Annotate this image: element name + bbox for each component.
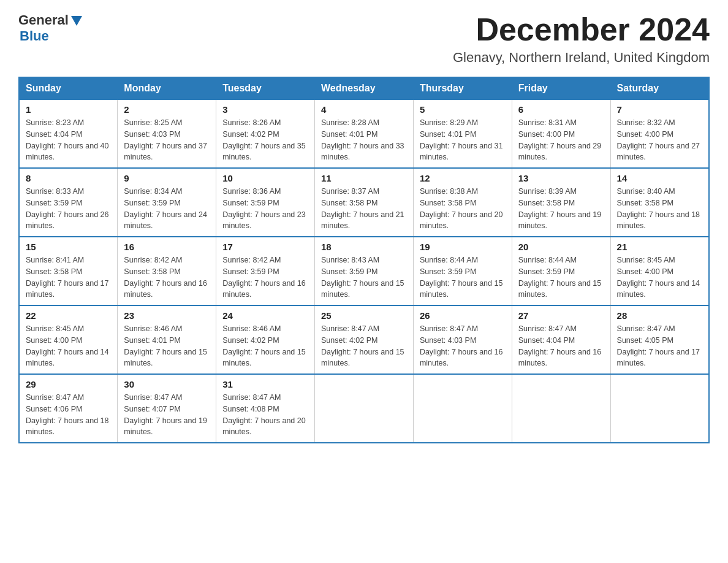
table-row: 20 Sunrise: 8:44 AM Sunset: 3:59 PM Dayl… [512, 237, 610, 305]
day-number: 1 [26, 104, 111, 115]
day-info: Sunrise: 8:42 AM Sunset: 3:58 PM Dayligh… [124, 255, 210, 301]
table-row: 19 Sunrise: 8:44 AM Sunset: 3:59 PM Dayl… [413, 237, 512, 305]
page-subtitle: Glenavy, Northern Ireland, United Kingdo… [453, 50, 710, 66]
day-number: 15 [26, 242, 111, 252]
day-info: Sunrise: 8:36 AM Sunset: 3:59 PM Dayligh… [222, 186, 308, 232]
day-number: 31 [222, 379, 308, 389]
col-saturday: Saturday [610, 77, 709, 99]
table-row [413, 374, 512, 443]
table-row: 24 Sunrise: 8:46 AM Sunset: 4:02 PM Dayl… [216, 305, 315, 374]
table-row: 1 Sunrise: 8:23 AM Sunset: 4:04 PM Dayli… [19, 99, 118, 168]
logo: General Blue [18, 12, 83, 44]
calendar-week-row: 1 Sunrise: 8:23 AM Sunset: 4:04 PM Dayli… [19, 99, 709, 168]
day-number: 5 [420, 104, 506, 115]
day-number: 9 [124, 173, 210, 183]
day-info: Sunrise: 8:47 AM Sunset: 4:04 PM Dayligh… [518, 323, 604, 369]
day-number: 16 [124, 242, 210, 252]
day-info: Sunrise: 8:38 AM Sunset: 3:58 PM Dayligh… [420, 186, 506, 232]
day-number: 28 [617, 310, 702, 321]
table-row: 4 Sunrise: 8:28 AM Sunset: 4:01 PM Dayli… [315, 99, 414, 168]
day-number: 19 [420, 242, 506, 252]
table-row: 14 Sunrise: 8:40 AM Sunset: 3:58 PM Dayl… [610, 168, 709, 237]
day-info: Sunrise: 8:46 AM Sunset: 4:01 PM Dayligh… [124, 323, 210, 369]
table-row: 28 Sunrise: 8:47 AM Sunset: 4:05 PM Dayl… [610, 305, 709, 374]
table-row: 27 Sunrise: 8:47 AM Sunset: 4:04 PM Dayl… [512, 305, 610, 374]
title-block: December 2024 Glenavy, Northern Ireland,… [453, 12, 710, 66]
day-number: 21 [617, 242, 702, 252]
day-info: Sunrise: 8:44 AM Sunset: 3:59 PM Dayligh… [420, 255, 506, 301]
day-info: Sunrise: 8:41 AM Sunset: 3:58 PM Dayligh… [26, 255, 111, 301]
day-number: 3 [222, 104, 308, 115]
day-number: 25 [321, 310, 407, 321]
table-row: 2 Sunrise: 8:25 AM Sunset: 4:03 PM Dayli… [118, 99, 216, 168]
col-thursday: Thursday [413, 77, 512, 99]
table-row: 8 Sunrise: 8:33 AM Sunset: 3:59 PM Dayli… [19, 168, 118, 237]
table-row: 10 Sunrise: 8:36 AM Sunset: 3:59 PM Dayl… [216, 168, 315, 237]
day-number: 12 [420, 173, 506, 183]
col-sunday: Sunday [19, 77, 118, 99]
day-number: 7 [617, 104, 702, 115]
table-row [512, 374, 610, 443]
table-row: 7 Sunrise: 8:32 AM Sunset: 4:00 PM Dayli… [610, 99, 709, 168]
day-number: 14 [617, 173, 702, 183]
day-number: 11 [321, 173, 407, 183]
calendar-week-row: 8 Sunrise: 8:33 AM Sunset: 3:59 PM Dayli… [19, 168, 709, 237]
table-row: 16 Sunrise: 8:42 AM Sunset: 3:58 PM Dayl… [118, 237, 216, 305]
day-number: 26 [420, 310, 506, 321]
day-number: 13 [518, 173, 604, 183]
day-info: Sunrise: 8:42 AM Sunset: 3:59 PM Dayligh… [222, 255, 308, 301]
day-number: 6 [518, 104, 604, 115]
day-number: 30 [124, 379, 210, 389]
day-info: Sunrise: 8:45 AM Sunset: 4:00 PM Dayligh… [617, 255, 702, 301]
page-header: General Blue December 2024 Glenavy, Nort… [18, 12, 710, 66]
table-row [610, 374, 709, 443]
day-number: 18 [321, 242, 407, 252]
table-row: 29 Sunrise: 8:47 AM Sunset: 4:06 PM Dayl… [19, 374, 118, 443]
logo-general-text: General [18, 12, 69, 28]
table-row: 25 Sunrise: 8:47 AM Sunset: 4:02 PM Dayl… [315, 305, 414, 374]
col-tuesday: Tuesday [216, 77, 315, 99]
day-number: 8 [26, 173, 111, 183]
day-info: Sunrise: 8:29 AM Sunset: 4:01 PM Dayligh… [420, 117, 506, 163]
table-row: 26 Sunrise: 8:47 AM Sunset: 4:03 PM Dayl… [413, 305, 512, 374]
day-info: Sunrise: 8:23 AM Sunset: 4:04 PM Dayligh… [26, 117, 111, 163]
table-row: 13 Sunrise: 8:39 AM Sunset: 3:58 PM Dayl… [512, 168, 610, 237]
col-wednesday: Wednesday [315, 77, 414, 99]
table-row: 3 Sunrise: 8:26 AM Sunset: 4:02 PM Dayli… [216, 99, 315, 168]
svg-marker-0 [71, 16, 82, 26]
table-row: 30 Sunrise: 8:47 AM Sunset: 4:07 PM Dayl… [118, 374, 216, 443]
table-row: 9 Sunrise: 8:34 AM Sunset: 3:59 PM Dayli… [118, 168, 216, 237]
day-info: Sunrise: 8:44 AM Sunset: 3:59 PM Dayligh… [518, 255, 604, 301]
day-number: 4 [321, 104, 407, 115]
table-row: 17 Sunrise: 8:42 AM Sunset: 3:59 PM Dayl… [216, 237, 315, 305]
day-info: Sunrise: 8:31 AM Sunset: 4:00 PM Dayligh… [518, 117, 604, 163]
table-row: 22 Sunrise: 8:45 AM Sunset: 4:00 PM Dayl… [19, 305, 118, 374]
calendar-week-row: 22 Sunrise: 8:45 AM Sunset: 4:00 PM Dayl… [19, 305, 709, 374]
table-row: 12 Sunrise: 8:38 AM Sunset: 3:58 PM Dayl… [413, 168, 512, 237]
day-info: Sunrise: 8:45 AM Sunset: 4:00 PM Dayligh… [26, 323, 111, 369]
day-number: 17 [222, 242, 308, 252]
table-row [315, 374, 414, 443]
day-number: 24 [222, 310, 308, 321]
table-row: 11 Sunrise: 8:37 AM Sunset: 3:58 PM Dayl… [315, 168, 414, 237]
logo-blue-text: Blue [20, 28, 83, 44]
calendar-week-row: 15 Sunrise: 8:41 AM Sunset: 3:58 PM Dayl… [19, 237, 709, 305]
day-number: 23 [124, 310, 210, 321]
table-row: 6 Sunrise: 8:31 AM Sunset: 4:00 PM Dayli… [512, 99, 610, 168]
calendar-table: Sunday Monday Tuesday Wednesday Thursday… [18, 77, 710, 443]
day-info: Sunrise: 8:37 AM Sunset: 3:58 PM Dayligh… [321, 186, 407, 232]
day-info: Sunrise: 8:33 AM Sunset: 3:59 PM Dayligh… [26, 186, 111, 232]
day-info: Sunrise: 8:47 AM Sunset: 4:06 PM Dayligh… [26, 392, 111, 438]
table-row: 23 Sunrise: 8:46 AM Sunset: 4:01 PM Dayl… [118, 305, 216, 374]
table-row: 5 Sunrise: 8:29 AM Sunset: 4:01 PM Dayli… [413, 99, 512, 168]
day-number: 29 [26, 379, 111, 389]
day-info: Sunrise: 8:46 AM Sunset: 4:02 PM Dayligh… [222, 323, 308, 369]
day-info: Sunrise: 8:47 AM Sunset: 4:03 PM Dayligh… [420, 323, 506, 369]
day-info: Sunrise: 8:26 AM Sunset: 4:02 PM Dayligh… [222, 117, 308, 163]
day-number: 22 [26, 310, 111, 321]
day-info: Sunrise: 8:28 AM Sunset: 4:01 PM Dayligh… [321, 117, 407, 163]
day-info: Sunrise: 8:39 AM Sunset: 3:58 PM Dayligh… [518, 186, 604, 232]
table-row: 21 Sunrise: 8:45 AM Sunset: 4:00 PM Dayl… [610, 237, 709, 305]
day-number: 10 [222, 173, 308, 183]
table-row: 31 Sunrise: 8:47 AM Sunset: 4:08 PM Dayl… [216, 374, 315, 443]
